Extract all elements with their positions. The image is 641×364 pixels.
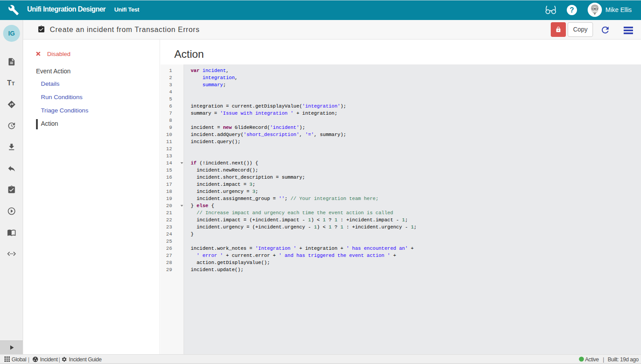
svg-text:?: ? <box>570 6 574 14</box>
svg-text:T: T <box>7 79 12 87</box>
svg-text:T: T <box>12 80 15 86</box>
